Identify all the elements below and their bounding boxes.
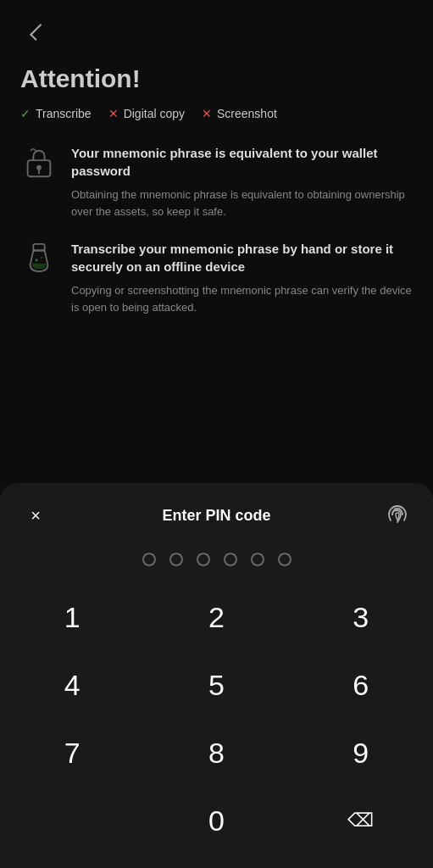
key-4[interactable]: 4 xyxy=(0,651,144,719)
close-icon: × xyxy=(31,506,41,526)
fingerprint-button[interactable] xyxy=(382,500,413,531)
option-digital-copy: ✕ Digital copy xyxy=(108,107,185,120)
pen-icon-wrap xyxy=(20,240,58,277)
option-screenshot-label: Screenshot xyxy=(217,107,277,120)
lock-icon xyxy=(24,146,54,180)
card1-title: Your mnemonic phrase is equivalent to yo… xyxy=(71,144,413,180)
pin-dot-1 xyxy=(142,553,156,566)
info-card-password: Your mnemonic phrase is equivalent to yo… xyxy=(20,144,413,220)
key-3[interactable]: 3 xyxy=(289,583,433,651)
key-empty xyxy=(0,787,144,854)
svg-point-5 xyxy=(41,257,42,259)
pin-overlay: × Enter PIN code 1 2 3 4 5 6 7 8 9 xyxy=(0,483,433,868)
svg-rect-3 xyxy=(33,244,44,251)
pin-dot-5 xyxy=(251,553,264,566)
option-transcribe: ✓ Transcribe xyxy=(20,107,92,120)
pin-header: × Enter PIN code xyxy=(0,483,433,539)
back-chevron-icon xyxy=(30,24,47,41)
key-9[interactable]: 9 xyxy=(289,719,433,787)
info-card-transcribe: Transcribe your mnemonic phrase by hand … xyxy=(20,240,413,315)
card2-title: Transcribe your mnemonic phrase by hand … xyxy=(71,240,413,275)
option-screenshot: ✕ Screenshot xyxy=(202,107,277,120)
numpad: 1 2 3 4 5 6 7 8 9 0 ⌫ xyxy=(0,583,433,854)
card2-desc: Copying or screenshotting the mnemonic p… xyxy=(71,282,413,315)
pin-title: Enter PIN code xyxy=(162,507,270,525)
key-0[interactable]: 0 xyxy=(144,787,288,854)
top-section: Attention! ✓ Transcribe ✕ Digital copy ✕… xyxy=(0,0,433,315)
pin-close-button[interactable]: × xyxy=(20,500,51,531)
check-icon: ✓ xyxy=(20,107,31,120)
lock-icon-wrap xyxy=(20,144,58,181)
pen-icon xyxy=(25,242,53,275)
pin-dot-4 xyxy=(224,553,237,566)
card2-text: Transcribe your mnemonic phrase by hand … xyxy=(71,240,413,315)
options-row: ✓ Transcribe ✕ Digital copy ✕ Screenshot xyxy=(20,107,413,120)
card1-desc: Obtaining the mnemonic phrase is equival… xyxy=(71,186,413,220)
pin-dot-2 xyxy=(169,553,183,566)
key-7[interactable]: 7 xyxy=(0,719,144,787)
pin-dots xyxy=(0,553,433,566)
svg-point-4 xyxy=(36,259,38,261)
option-transcribe-label: Transcribe xyxy=(36,107,92,120)
pin-dot-3 xyxy=(197,553,210,566)
page-title: Attention! xyxy=(20,64,413,93)
cross-icon-digital: ✕ xyxy=(108,107,119,120)
option-digital-label: Digital copy xyxy=(124,107,185,120)
fingerprint-icon xyxy=(386,504,409,527)
pin-dot-6 xyxy=(278,553,291,566)
key-5[interactable]: 5 xyxy=(144,651,288,719)
key-6[interactable]: 6 xyxy=(289,651,433,719)
cross-icon-screenshot: ✕ xyxy=(202,107,212,120)
key-2[interactable]: 2 xyxy=(144,583,288,651)
key-1[interactable]: 1 xyxy=(0,583,144,651)
back-button[interactable] xyxy=(20,17,51,47)
card1-text: Your mnemonic phrase is equivalent to yo… xyxy=(71,144,413,220)
key-delete[interactable]: ⌫ xyxy=(289,787,433,854)
key-8[interactable]: 8 xyxy=(144,719,288,787)
